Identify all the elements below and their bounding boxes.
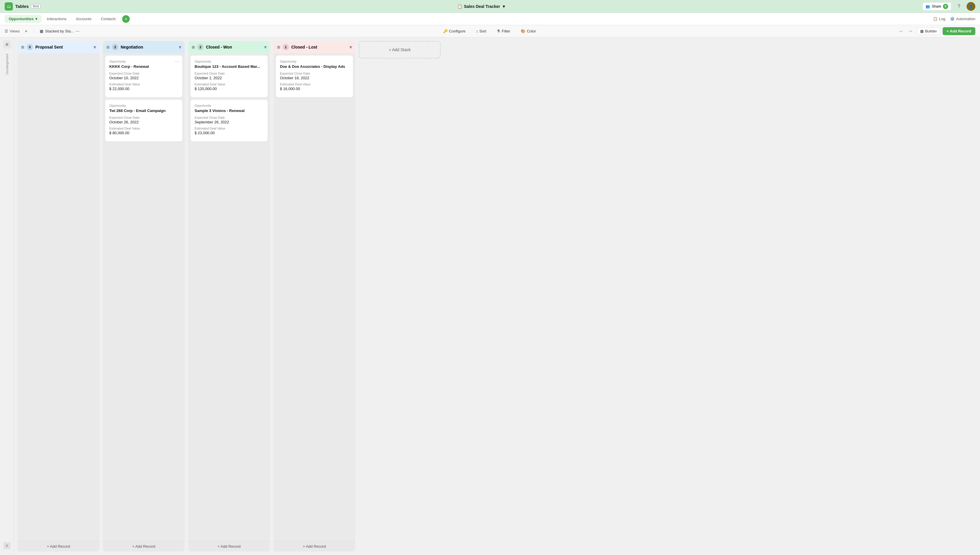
kanban-columns: ⊞ 0 Proposal Sent ▾ + Add Record ⊞ 2 Neg… (14, 37, 980, 555)
card-type-sample3: Opportunity (195, 104, 264, 107)
add-record-negotiation[interactable]: + Add Record (103, 541, 185, 552)
column-title-proposal: Proposal Sent (35, 45, 91, 50)
card-boutique123[interactable]: Opportunity Boutique 123 - Account Based… (190, 56, 268, 97)
column-menu-negotiation[interactable]: ▾ (179, 45, 181, 50)
card-deal-value-doe: $ 16,000.00 (280, 87, 349, 91)
views-label: Views (10, 29, 19, 33)
sidebar-expand-button[interactable]: ⊞ (3, 40, 11, 48)
toolbar-divider-1 (34, 28, 34, 34)
tab-accounts-label: Accounts (76, 17, 91, 21)
automation-icon: ⚙️ (950, 17, 954, 21)
automation-label: Automation (956, 17, 975, 21)
automation-action[interactable]: ⚙️ Automation (950, 17, 975, 21)
column-count-closed-won: 2 (197, 44, 204, 50)
card-doe-doe[interactable]: Opportunity Doe & Doe Associates - Displ… (276, 56, 353, 97)
card-kkkk-corp[interactable]: ⋯ Opportunity KKKK Corp - Renewal Expect… (105, 56, 182, 97)
tab-interactions[interactable]: Interactions (43, 15, 70, 23)
avatar: 👤 (967, 2, 975, 11)
column-title-negotiation: Negotiation (121, 45, 176, 50)
column-icon-closed-won: ⊞ (192, 45, 195, 50)
undo-button[interactable]: ↩ (897, 27, 905, 35)
help-icon[interactable]: ? (955, 2, 963, 11)
tab-contacts[interactable]: Contacts (97, 15, 120, 23)
log-action[interactable]: 📋 Log (933, 17, 945, 21)
sort-button[interactable]: ↕ Sort (473, 28, 489, 35)
column-menu-proposal[interactable]: ▾ (93, 45, 96, 50)
card-type-boutique: Opportunity (195, 59, 264, 63)
add-view-button[interactable]: + (22, 27, 30, 35)
card-deal-value-label-boutique: Estimated Deal Value (195, 82, 264, 86)
add-stack-label: + Add Stack (388, 47, 411, 52)
add-record-main-button[interactable]: + Add Record (943, 27, 975, 35)
share-button[interactable]: 👥 Share 6 (922, 2, 951, 11)
column-proposal-sent: ⊞ 0 Proposal Sent ▾ + Add Record (18, 41, 99, 552)
column-header-negotiation: ⊞ 2 Negotiation ▾ (103, 41, 185, 53)
column-menu-closed-won[interactable]: ▾ (264, 45, 267, 50)
tracker-title-text: Sales Deal Tracker (464, 4, 500, 9)
add-record-proposal-label: + Add Record (47, 544, 70, 549)
column-count-proposal: 0 (27, 44, 33, 50)
card-menu-kkkk[interactable]: ⋯ (175, 58, 179, 64)
column-count-negotiation: 2 (112, 44, 118, 50)
card-deal-value-label-sample3: Estimated Deal Value (195, 127, 264, 130)
builder-button[interactable]: ▦ Builder (917, 27, 940, 35)
current-view[interactable]: ▦ Stacked by Sta... ⋯ (37, 28, 82, 35)
redo-button[interactable]: ↪ (906, 27, 914, 35)
card-deal-value-twi268: $ 80,000.00 (109, 131, 178, 135)
log-icon: 📋 (933, 17, 938, 21)
view-name-text: Stacked by Sta... (45, 29, 74, 33)
views-button[interactable]: ☰ Views (5, 29, 19, 33)
card-close-date-doe: October 18, 2022 (280, 76, 349, 80)
card-title-sample3: Sample 3 Visions - Renewal (195, 109, 264, 113)
add-record-negotiation-label: + Add Record (132, 544, 155, 549)
tab-accounts[interactable]: Accounts (72, 15, 95, 23)
column-closed-won: ⊞ 2 Closed - Won ▾ Opportunity Boutique … (188, 41, 270, 552)
tab-opportunities-label: Opportunities (9, 17, 34, 21)
sidebar-zero-count: 0 (3, 542, 11, 549)
add-stack-button[interactable]: + Add Stack (359, 41, 441, 58)
add-record-closed-won[interactable]: + Add Record (188, 541, 270, 552)
card-type-twi268: Opportunity (109, 104, 178, 107)
column-icon-proposal: ⊞ (21, 45, 24, 50)
card-twi268[interactable]: Opportunity Twi 268 Corp - Email Campaig… (105, 100, 182, 141)
configure-button[interactable]: 🔑 Configure (440, 28, 468, 35)
toolbar-right: ↩ ↪ ▦ Builder + Add Record (897, 27, 975, 35)
view-more-icon[interactable]: ⋯ (76, 29, 80, 33)
tab-opportunities-dropdown[interactable]: ▾ (35, 17, 37, 21)
configure-label: Configure (449, 29, 465, 33)
card-title-doe: Doe & Doe Associates - Display Ads (280, 64, 349, 69)
sidebar-uncategorised-label: Uncategorised (5, 54, 9, 75)
card-title-boutique: Boutique 123 - Account Based Mar... (195, 64, 264, 69)
card-sample3visions[interactable]: Opportunity Sample 3 Visions - Renewal E… (190, 100, 268, 141)
card-close-date-twi268: October 26, 2022 (109, 120, 178, 124)
card-deal-value-sample3: $ 23,000.00 (195, 131, 264, 135)
add-record-closed-lost[interactable]: + Add Record (273, 541, 355, 552)
filter-button[interactable]: ⚗ Filter (494, 28, 513, 35)
card-close-date-boutique: October 1, 2022 (195, 76, 264, 80)
card-close-date-label-boutique: Expected Close Date (195, 72, 264, 75)
cards-area-closed-won: Opportunity Boutique 123 - Account Based… (188, 53, 270, 541)
cards-area-closed-lost: Opportunity Doe & Doe Associates - Displ… (273, 53, 355, 541)
beta-badge: Beta (31, 4, 41, 8)
color-button[interactable]: 🎨 Color (518, 28, 539, 35)
add-record-proposal[interactable]: + Add Record (18, 541, 99, 552)
tab-opportunities[interactable]: Opportunities ▾ (5, 15, 42, 23)
toolbar-center: 🔑 Configure ↕ Sort ⚗ Filter 🎨 Color (84, 28, 895, 35)
column-menu-closed-lost[interactable]: ▾ (350, 45, 352, 50)
column-header-proposal: ⊞ 0 Proposal Sent ▾ (18, 41, 99, 53)
tab-contacts-label: Contacts (101, 17, 116, 21)
tracker-dropdown-icon[interactable]: ▼ (502, 4, 506, 9)
builder-icon: ▦ (920, 29, 924, 33)
tab-bar: Opportunities ▾ Interactions Accounts Co… (0, 13, 980, 25)
sort-icon: ↕ (476, 29, 478, 33)
column-closed-lost: ⊞ 1 Closed - Lost ▾ Opportunity Doe & Do… (273, 41, 355, 552)
toolbar: ☰ Views + ▦ Stacked by Sta... ⋯ 🔑 Config… (0, 25, 980, 37)
app-icon: 🗂 (5, 2, 13, 11)
column-negotiation: ⊞ 2 Negotiation ▾ ⋯ Opportunity KKKK Cor… (103, 41, 185, 552)
filter-label: Filter (502, 29, 510, 33)
add-tab-button[interactable]: + (122, 15, 130, 23)
card-close-date-label-kkkk: Expected Close Date (109, 72, 178, 75)
filter-icon: ⚗ (497, 29, 500, 33)
card-deal-value-boutique: $ 120,000.00 (195, 87, 264, 91)
card-close-date-sample3: September 26, 2022 (195, 120, 264, 124)
